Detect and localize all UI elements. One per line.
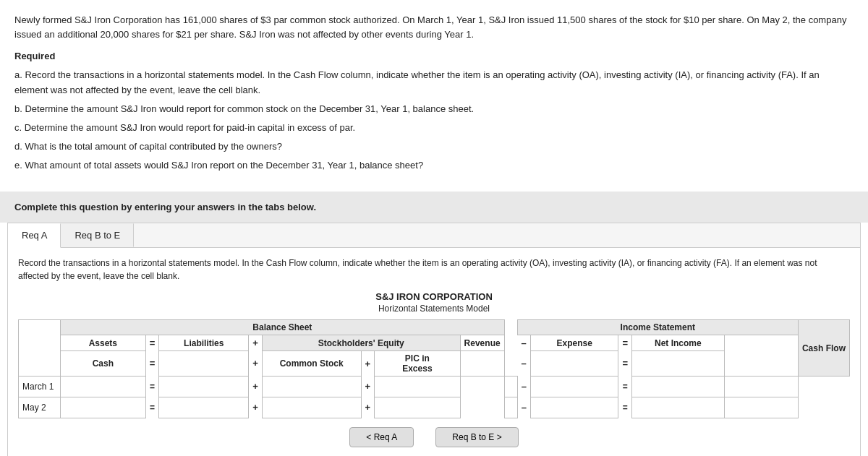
cash-sub-header: Cash	[61, 350, 146, 376]
table-row: March 1 = + +	[19, 376, 850, 397]
march1-cash-input[interactable]	[64, 379, 142, 395]
may2-revenue-input[interactable]	[509, 400, 514, 416]
march1-cash-cell[interactable]	[61, 376, 146, 397]
navigation-buttons: < Req A Req B to E >	[18, 427, 850, 447]
req-d-text: d. What is the total amount of capital c…	[14, 139, 854, 154]
may2-cash-flow-input[interactable]	[728, 400, 794, 416]
tabs-header: Req A Req B to E	[8, 223, 860, 248]
req-c-text: c. Determine the amount S&J Iron would r…	[14, 121, 854, 135]
tab-content-req-a: Record the transactions in a horizontal …	[8, 248, 860, 456]
table-row: May 2 = + +	[19, 397, 850, 418]
req-e-text: e. What amount of total assets would S&J…	[14, 158, 854, 173]
table-company-name: S&J IRON CORPORATION	[18, 291, 850, 302]
march1-net-income-cell[interactable]	[632, 376, 725, 397]
march1-cash-flow-input[interactable]	[728, 379, 794, 395]
expense-header: Expense	[530, 335, 618, 351]
net-income-header: Net Income	[632, 335, 725, 351]
march1-pic-input[interactable]	[378, 379, 456, 395]
stockholders-equity-header: Stockholders' Equity	[262, 335, 460, 351]
may2-net-income-input[interactable]	[636, 400, 720, 416]
event-label-march1: March 1	[19, 376, 61, 397]
req-a-text: a. Record the transactions in a horizont…	[14, 68, 854, 97]
assets-header: Assets	[61, 335, 146, 351]
may2-common-stock-cell[interactable]	[262, 397, 361, 418]
may2-cash-cell[interactable]	[61, 397, 146, 418]
may2-net-income-cell[interactable]	[632, 397, 725, 418]
march1-liabilities-cell[interactable]	[159, 376, 249, 397]
cash-flow-header: Cash Flow	[798, 320, 849, 377]
req-b-text: b. Determine the amount S&J Iron would r…	[14, 102, 854, 116]
may2-expense-input[interactable]	[535, 400, 615, 416]
table-model-title: Horizontal Statements Model	[18, 304, 850, 314]
next-button[interactable]: Req B to E >	[435, 427, 518, 447]
horizontal-statements-table: Balance Sheet Income Statement Cash Flow…	[18, 319, 850, 418]
may2-cash-flow-cell[interactable]	[724, 397, 798, 418]
march1-cash-flow-cell[interactable]	[724, 376, 798, 397]
event-header-cell	[19, 320, 61, 377]
may2-liabilities-input[interactable]	[163, 400, 244, 416]
req-a-description: Record the transactions in a horizontal …	[18, 257, 850, 283]
march1-expense-input[interactable]	[535, 379, 615, 395]
march1-net-income-input[interactable]	[636, 379, 720, 395]
march1-pic-cell[interactable]	[375, 376, 460, 397]
tabs-container: Req A Req B to E Record the transactions…	[7, 223, 861, 456]
liabilities-header: Liabilities	[159, 335, 249, 351]
income-statement-header: Income Statement	[517, 320, 798, 335]
march1-liabilities-input[interactable]	[163, 379, 244, 395]
revenue-header: Revenue	[460, 335, 504, 351]
march1-revenue-input[interactable]	[509, 379, 514, 395]
tab-req-b-to-e[interactable]: Req B to E	[61, 223, 134, 247]
march1-expense-cell[interactable]	[530, 376, 618, 397]
may2-pic-input[interactable]	[378, 400, 456, 416]
balance-sheet-header: Balance Sheet	[61, 320, 505, 335]
march1-revenue-cell[interactable]	[504, 376, 517, 397]
intro-section: Newly formed S&J Iron Corporation has 16…	[0, 0, 868, 184]
tab-req-a[interactable]: Req A	[8, 223, 61, 248]
may2-common-stock-input[interactable]	[266, 400, 357, 416]
gray-bar: Complete this question by entering your …	[0, 192, 868, 223]
intro-paragraph: Newly formed S&J Iron Corporation has 16…	[14, 13, 854, 42]
may2-pic-cell[interactable]	[375, 397, 460, 418]
prev-button[interactable]: < Req A	[349, 427, 414, 447]
may2-expense-cell[interactable]	[530, 397, 618, 418]
pic-in-excess-sub-header: PIC inExcess	[375, 350, 460, 376]
march1-common-stock-cell[interactable]	[262, 376, 361, 397]
common-stock-sub-header: Common Stock	[262, 350, 361, 376]
may2-liabilities-cell[interactable]	[159, 397, 249, 418]
required-label: Required	[14, 49, 854, 64]
may2-cash-input[interactable]	[64, 400, 142, 416]
event-label-may2: May 2	[19, 397, 61, 418]
may2-revenue-cell[interactable]	[504, 397, 517, 418]
march1-common-stock-input[interactable]	[266, 379, 357, 395]
